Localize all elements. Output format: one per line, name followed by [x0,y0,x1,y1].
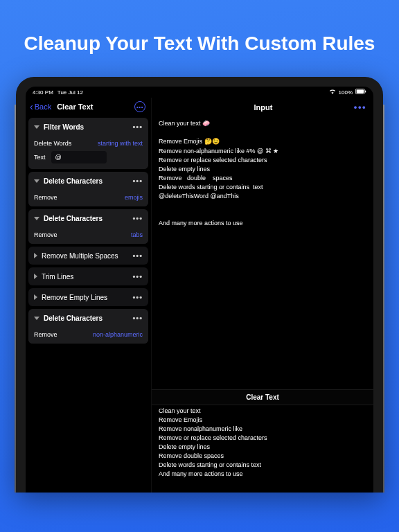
rules-list: Filter Words•••Delete Wordsstarting with… [26,118,151,344]
triangle-down-icon [34,125,39,129]
rule-title: Trim Lines [42,273,128,281]
input-more-button[interactable]: ••• [354,102,366,112]
rule-card: Remove Multiple Spaces••• [28,247,148,265]
rule-more-button[interactable]: ••• [132,214,143,222]
ipad-frame: 4:30 PM Tue Jul 12 100% ‹ Back [16,77,383,493]
rule-row-label: Remove [34,194,57,201]
rule-title: Delete Characters [44,314,128,322]
rule-row: Removeemojis [34,194,143,201]
rule-title: Remove Multiple Spaces [42,252,128,260]
battery-icon [355,89,366,96]
rule-row-label: Text [34,154,46,161]
rule-header[interactable]: Remove Empty Lines••• [28,288,148,306]
rule-header[interactable]: Delete Characters••• [28,209,148,227]
rule-row-value[interactable]: tabs [131,231,143,238]
rule-body: Removeemojis [28,190,148,206]
rule-more-button[interactable]: ••• [132,123,143,131]
rule-title: Delete Characters [44,215,128,222]
rule-card: Delete Characters•••Removenon-alphanumer… [28,309,148,344]
rule-title: Filter Words [44,123,128,131]
rule-title: Delete Characters [44,177,128,185]
rule-card: Filter Words•••Delete Wordsstarting with… [28,118,148,169]
rule-body: Removenon-alphanumeric [28,327,148,344]
rule-row: Removenon-alphanumeric [34,331,143,338]
triangle-right-icon [34,294,37,300]
main-header: Input ••• [152,98,373,118]
input-text-area[interactable]: Clean your text 🧼 Remove Emojis 🤔😉 Remov… [152,118,373,389]
rule-more-button[interactable]: ••• [132,177,143,185]
nav-more-button[interactable]: ••• [134,101,145,112]
svg-rect-1 [357,90,364,94]
back-button[interactable]: ‹ Back [30,102,51,112]
rule-more-button[interactable]: ••• [132,272,143,281]
rule-header[interactable]: Delete Characters••• [28,172,148,190]
rule-header[interactable]: Delete Characters••• [28,309,148,327]
screen: 4:30 PM Tue Jul 12 100% ‹ Back [26,87,373,493]
triangle-down-icon [34,217,39,220]
triangle-down-icon [34,317,39,320]
rule-body: Removetabs [28,227,148,244]
output-text-area: Clean your text Remove Emojis Remove non… [152,405,373,493]
wifi-icon [329,89,336,96]
rule-header[interactable]: Filter Words••• [28,118,148,136]
rule-row-label: Delete Words [34,140,71,147]
status-bar: 4:30 PM Tue Jul 12 100% [26,87,373,98]
rule-body: Delete Wordsstarting with textText [28,136,148,169]
rule-more-button[interactable]: ••• [132,251,143,260]
rule-more-button[interactable]: ••• [132,293,143,301]
rule-title: Remove Empty Lines [42,294,128,301]
rule-card: Trim Lines••• [28,267,148,285]
rule-header[interactable]: Trim Lines••• [28,267,148,285]
status-battery: 100% [339,89,353,96]
nav-bar: ‹ Back Clear Text ••• [26,98,151,118]
status-time: 4:30 PM [33,89,53,96]
sidebar: ‹ Back Clear Text ••• Filter Words•••Del… [26,98,152,493]
promo-tagline: Cleanup Your Text With Custom Rules [10,31,389,56]
rule-row-value[interactable]: starting with text [98,140,143,147]
rule-row-value[interactable]: emojis [125,194,143,201]
rule-row: Removetabs [34,231,143,238]
rule-row-label: Remove [34,231,57,238]
triangle-down-icon [34,179,39,183]
rule-header[interactable]: Remove Multiple Spaces••• [28,247,148,265]
status-date: Tue Jul 12 [57,89,83,96]
rule-more-button[interactable]: ••• [132,314,143,322]
svg-rect-2 [365,91,366,93]
rule-row: Text [34,151,143,163]
nav-title: Clear Text [57,103,129,111]
back-label: Back [35,103,51,111]
chevron-left-icon: ‹ [30,102,33,112]
rule-card: Delete Characters•••Removetabs [28,209,148,244]
rule-row: Delete Wordsstarting with text [34,140,143,147]
rule-card: Remove Empty Lines••• [28,288,148,306]
rule-row-label: Remove [34,331,57,338]
triangle-right-icon [34,253,37,258]
rule-row-value[interactable]: non-alphanumeric [93,331,143,338]
triangle-right-icon [34,274,37,279]
input-title: Input [172,103,354,112]
main-panel: Input ••• Clean your text 🧼 Remove Emoji… [152,98,373,493]
rule-text-input[interactable] [51,151,107,163]
output-title: Clear Text [152,389,373,405]
rule-card: Delete Characters•••Removeemojis [28,172,148,206]
